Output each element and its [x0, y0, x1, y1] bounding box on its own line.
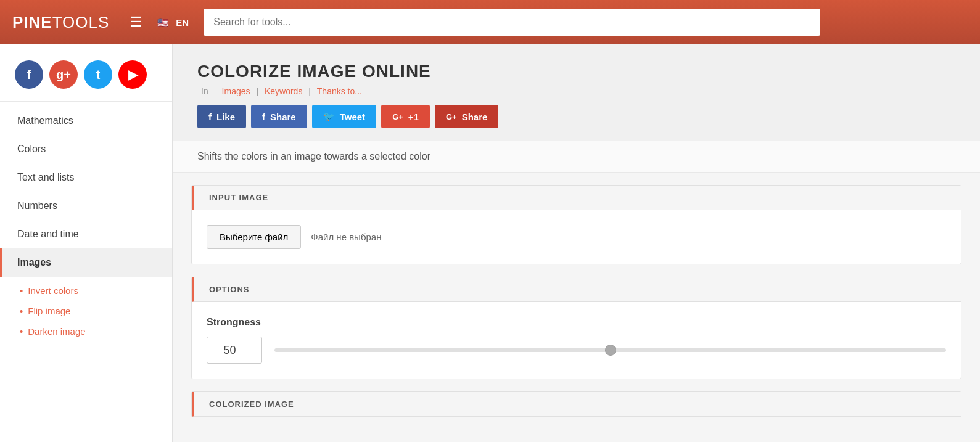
social-icons: f g+ t ▶: [0, 54, 172, 101]
gp-plus-button[interactable]: G+ +1: [381, 105, 430, 128]
page-description: Shifts the colors in an image towards a …: [173, 141, 980, 173]
file-choose-button[interactable]: Выберите файл: [207, 225, 301, 249]
input-image-section: INPUT IMAGE Выберите файл Файл не выбран: [191, 185, 961, 264]
sidebar-item-darken-image[interactable]: Darken image: [20, 321, 172, 342]
file-name-label: Файл не выбран: [311, 232, 381, 242]
sidebar-item-flip-image[interactable]: Flip image: [20, 301, 172, 321]
options-header: OPTIONS: [192, 277, 961, 302]
fb-like-label: Like: [216, 112, 235, 122]
sidebar-subnav: Invert colors Flip image Darken image: [0, 277, 172, 345]
share-buttons: f Like f Share 🐦 Tweet G+ +1 G+ Share: [197, 105, 955, 128]
fb-share-icon: f: [262, 112, 265, 122]
breadcrumb-pipe1: |: [256, 86, 261, 96]
sidebar-item-images[interactable]: Images: [0, 248, 172, 277]
breadcrumb-images-link[interactable]: Images: [222, 86, 250, 96]
gp-plus-label: +1: [408, 112, 419, 122]
logo-pine: PINE: [12, 13, 52, 32]
sidebar-item-text-and-lists[interactable]: Text and lists: [0, 163, 172, 192]
facebook-icon[interactable]: f: [15, 60, 43, 89]
gp-share-icon: G+: [446, 112, 457, 121]
options-body: Strongness: [192, 302, 961, 379]
breadcrumb-keywords-link[interactable]: Keywords: [265, 86, 302, 96]
sidebar-item-numbers[interactable]: Numbers: [0, 192, 172, 220]
youtube-icon[interactable]: ▶: [118, 60, 147, 89]
breadcrumb-prefix: In: [201, 86, 208, 96]
fb-share-label: Share: [270, 112, 296, 122]
sidebar: f g+ t ▶ Mathematics Colors Text and lis…: [0, 44, 173, 442]
strongness-row: [207, 337, 946, 364]
tw-tweet-icon: 🐦: [323, 111, 335, 122]
sidebar-divider: [0, 101, 172, 102]
page-title: COLORIZE IMAGE ONLINE: [197, 62, 955, 81]
breadcrumb-thanks-link[interactable]: Thanks to...: [317, 86, 362, 96]
options-section: OPTIONS Strongness: [191, 277, 961, 379]
strongness-slider[interactable]: [274, 348, 946, 352]
fb-like-icon: f: [208, 112, 212, 122]
tw-tweet-button[interactable]: 🐦 Tweet: [312, 105, 376, 128]
logo: PINETOOLS: [12, 13, 109, 32]
flag-icon: 🇺🇸: [157, 17, 172, 27]
header: PINETOOLS ☰ 🇺🇸 EN: [0, 0, 980, 44]
main-content: COLORIZE IMAGE ONLINE In Images | Keywor…: [173, 44, 980, 442]
search-input[interactable]: [204, 9, 820, 36]
description-text: Shifts the colors in an image towards a …: [197, 151, 430, 162]
input-image-body: Выберите файл Файл не выбран: [192, 210, 961, 264]
fb-share-button[interactable]: f Share: [251, 105, 307, 128]
tw-tweet-label: Tweet: [340, 112, 365, 122]
language-selector[interactable]: 🇺🇸 EN: [157, 17, 189, 28]
colorized-image-section: COLORIZED IMAGE: [191, 391, 961, 417]
colorized-image-header: COLORIZED IMAGE: [192, 392, 961, 417]
strongness-number-input[interactable]: [207, 337, 262, 364]
input-image-header: INPUT IMAGE: [192, 186, 961, 210]
sidebar-item-invert-colors[interactable]: Invert colors: [20, 280, 172, 301]
sidebar-item-mathematics[interactable]: Mathematics: [0, 107, 172, 135]
gp-plus-icon: G+: [392, 112, 403, 121]
file-input-row: Выберите файл Файл не выбран: [207, 225, 946, 249]
hamburger-icon[interactable]: ☰: [130, 14, 142, 30]
page-header: COLORIZE IMAGE ONLINE In Images | Keywor…: [173, 44, 980, 141]
lang-label: EN: [176, 17, 189, 28]
gp-share-label: Share: [462, 112, 488, 122]
gp-share-button[interactable]: G+ Share: [435, 105, 498, 128]
breadcrumb-pipe2: |: [308, 86, 313, 96]
layout: f g+ t ▶ Mathematics Colors Text and lis…: [0, 44, 980, 442]
strongness-label: Strongness: [207, 317, 946, 328]
breadcrumb: In Images | Keywords | Thanks to...: [197, 86, 955, 96]
sidebar-item-date-and-time[interactable]: Date and time: [0, 220, 172, 248]
gplus-icon[interactable]: g+: [49, 60, 78, 89]
sidebar-item-colors[interactable]: Colors: [0, 135, 172, 163]
twitter-icon[interactable]: t: [84, 60, 112, 89]
logo-tools: TOOLS: [52, 13, 110, 32]
fb-like-button[interactable]: f Like: [197, 105, 246, 128]
